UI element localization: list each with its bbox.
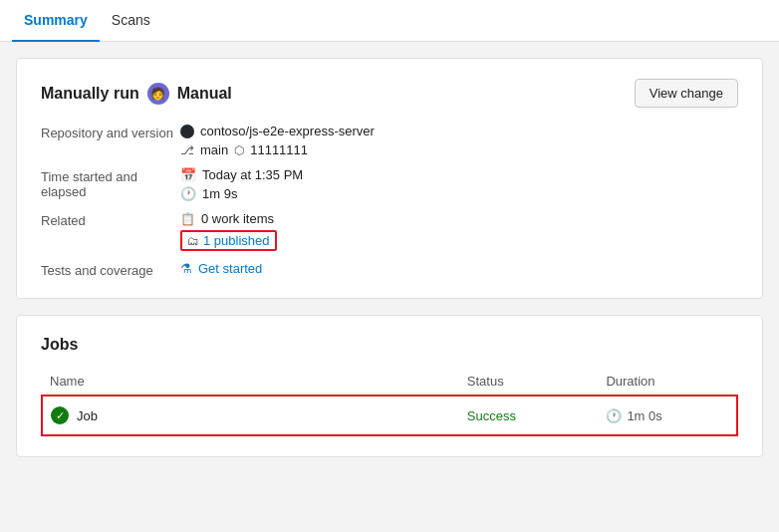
- success-icon: ✓: [51, 406, 69, 424]
- artifact-icon: 🗂: [187, 234, 199, 248]
- view-change-button[interactable]: View change: [635, 79, 738, 108]
- jobs-card: Jobs Name Status Duration ✓ Job Success: [16, 315, 763, 457]
- workitem-icon: 📋: [180, 212, 195, 226]
- github-icon: [180, 125, 194, 138]
- job-duration-cell: 🕐 1m 0s: [598, 396, 737, 435]
- pipeline-title-suffix: Manual: [177, 85, 232, 103]
- repo-branch: main: [200, 142, 228, 157]
- time-started: Today at 1:35 PM: [202, 167, 303, 182]
- jobs-section-title: Jobs: [41, 336, 738, 354]
- pipeline-title-prefix: Manually run: [41, 85, 139, 103]
- flask-icon: ⚗: [180, 261, 192, 276]
- pipeline-header: Manually run 🧑 Manual View change: [41, 79, 738, 108]
- branch-icon: ⎇: [180, 143, 194, 157]
- repo-commit: 11111111: [250, 142, 308, 157]
- published-highlight[interactable]: 🗂 1 published: [180, 230, 277, 251]
- pipeline-summary-card: Manually run 🧑 Manual View change Reposi…: [16, 58, 763, 299]
- job-name: Job: [77, 408, 98, 423]
- avatar: 🧑: [147, 83, 169, 105]
- tests-value: ⚗ Get started: [180, 261, 738, 278]
- job-duration: 1m 0s: [627, 408, 661, 423]
- table-row[interactable]: ✓ Job Success 🕐 1m 0s: [42, 396, 737, 435]
- time-label: Time started and elapsed: [41, 167, 180, 201]
- repo-name: contoso/js-e2e-express-server: [200, 124, 375, 138]
- tab-scans[interactable]: Scans: [100, 0, 162, 42]
- time-elapsed: 1m 9s: [202, 186, 237, 201]
- job-name-cell: ✓ Job: [42, 396, 459, 435]
- col-header-duration: Duration: [598, 368, 737, 396]
- jobs-table: Name Status Duration ✓ Job Success �: [41, 368, 738, 436]
- work-items: 0 work items: [201, 211, 274, 226]
- clock-icon: 🕐: [180, 186, 196, 201]
- job-status-cell: Success: [459, 396, 599, 435]
- pipeline-title: Manually run 🧑 Manual: [41, 83, 232, 105]
- calendar-icon: 📅: [180, 167, 196, 182]
- col-header-name: Name: [42, 368, 459, 396]
- col-header-status: Status: [459, 368, 599, 396]
- pipeline-info-grid: Repository and version contoso/js-e2e-ex…: [41, 124, 738, 278]
- job-status: Success: [467, 408, 516, 423]
- duration-clock-icon: 🕐: [606, 408, 622, 423]
- related-label: Related: [41, 211, 180, 251]
- commit-icon: ⬡: [234, 143, 244, 157]
- repo-value: contoso/js-e2e-express-server ⎇ main ⬡ 1…: [180, 124, 738, 157]
- tests-label: Tests and coverage: [41, 261, 180, 278]
- repo-label: Repository and version: [41, 124, 180, 157]
- tab-summary[interactable]: Summary: [12, 0, 100, 42]
- related-value: 📋 0 work items 🗂 1 published: [180, 211, 738, 251]
- published-text: 1 published: [203, 233, 270, 248]
- tab-bar: Summary Scans: [0, 0, 779, 42]
- get-started-link[interactable]: Get started: [198, 261, 262, 276]
- time-value: 📅 Today at 1:35 PM 🕐 1m 9s: [180, 167, 738, 201]
